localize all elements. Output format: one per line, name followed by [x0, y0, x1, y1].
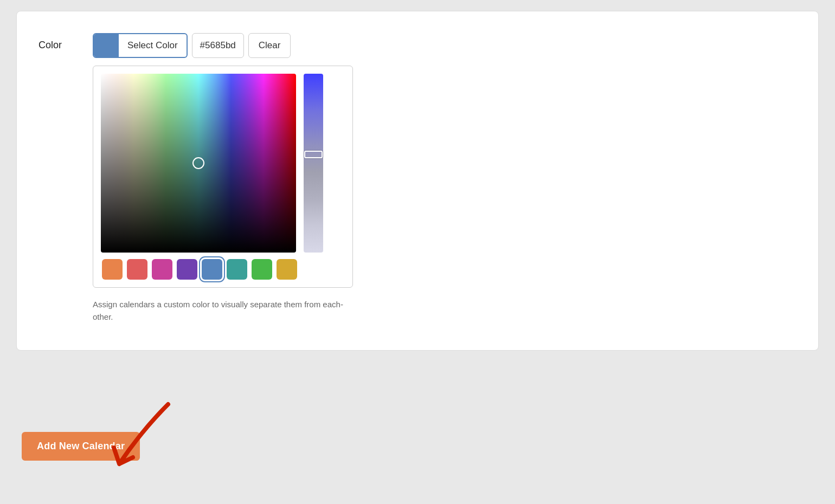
helper-text: Assign calendars a custom color to visua…: [93, 299, 353, 323]
preset-swatch-orange[interactable]: [102, 259, 123, 280]
hue-handle: [304, 151, 323, 158]
color-buttons-row: Select Color #5685bd Clear: [93, 33, 353, 58]
picker-cursor: [192, 157, 204, 169]
preset-swatch-green[interactable]: [252, 259, 272, 280]
color-swatch-preview: [94, 33, 119, 58]
hex-value-display: #5685bd: [192, 33, 244, 58]
hue-slider[interactable]: [304, 74, 323, 253]
preset-swatch-teal[interactable]: [227, 259, 247, 280]
select-color-button[interactable]: Select Color: [93, 33, 188, 58]
picker-main-area: [101, 74, 345, 253]
clear-button[interactable]: Clear: [248, 33, 291, 58]
preset-swatch-purple[interactable]: [177, 259, 197, 280]
add-new-calendar-button[interactable]: Add New Calendar: [22, 432, 140, 461]
color-controls: Select Color #5685bd Clear: [93, 33, 353, 323]
preset-swatch-pink[interactable]: [152, 259, 172, 280]
color-field-label: Color: [38, 33, 82, 51]
color-gradient-canvas[interactable]: [101, 74, 296, 253]
color-picker-panel: [93, 66, 353, 288]
select-color-label: Select Color: [119, 40, 187, 51]
preset-swatch-yellow[interactable]: [277, 259, 297, 280]
preset-swatch-blue[interactable]: [202, 259, 222, 280]
preset-colors-row: [101, 259, 345, 280]
preset-swatch-red[interactable]: [127, 259, 147, 280]
color-row: Color Select Color #5685bd Clear: [38, 33, 797, 323]
main-card: Color Select Color #5685bd Clear: [16, 11, 819, 351]
